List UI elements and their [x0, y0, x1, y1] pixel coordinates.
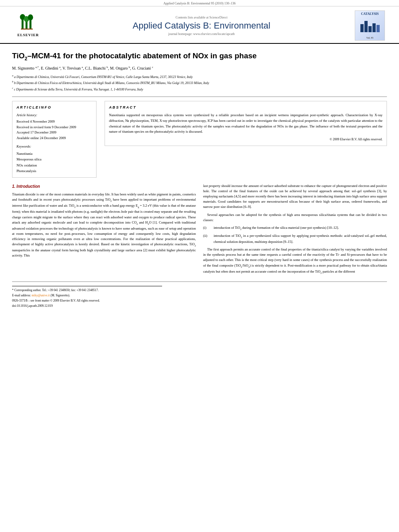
footnote-issn: 0926-3373/$ – see front matter © 2009 El… [12, 298, 387, 303]
section1-heading: 1. Introduction [12, 183, 196, 190]
journal-header-center: Contents lists available at ScienceDirec… [48, 16, 355, 36]
article-info-box: A R T I C L E I N F O Article history: R… [12, 101, 97, 178]
affiliation-a: a a Dipartimento di Chimica, Università … [12, 74, 387, 80]
keyword-3: NOx oxidation [16, 162, 92, 168]
cover-bar-2 [364, 21, 368, 32]
cover-bar-5 [376, 25, 380, 32]
article-info-title: A R T I C L E I N F O [16, 105, 92, 110]
affiliations: a a Dipartimento di Chimica, Università … [12, 74, 387, 92]
cover-vol: Vol. 95 [366, 37, 373, 39]
info-abstract-section: A R T I C L E I N F O Article history: R… [12, 101, 387, 178]
footer-divider [12, 286, 162, 286]
email-link[interactable]: miky@unive.it [32, 294, 50, 297]
email-label: E-mail address: [12, 294, 32, 297]
abstract-text: Nanotitania supported on mesoporous sili… [109, 113, 383, 134]
abstract-copyright: © 2009 Elsevier B.V. All rights reserved… [109, 137, 383, 142]
list-item-ii: (ii) introduction of TiO2 in a pre-synth… [203, 233, 387, 244]
issn-text: 0926-3373/$ – see front matter © 2009 El… [12, 299, 100, 302]
cover-bar-3 [368, 26, 372, 32]
keywords-section: Keywords: Nanotitania Mesoporous silica … [16, 144, 92, 174]
received-revised: Received in revised form 9 December 2009 [16, 125, 92, 130]
article-title: TiO2–MCM-41 for the photocatalytic abate… [12, 51, 387, 62]
abstract-box: A B S T R A C T Nanotitania supported on… [105, 101, 387, 146]
email-suffix: (M. Signoretto). [50, 294, 70, 297]
keyword-4: Photocatalysis [16, 168, 92, 174]
footnote-star-text: * Corresponding author. Tel.: +39 041 23… [12, 288, 99, 292]
homepage-label: journal homepage: www.elsevier.com/locat… [168, 32, 234, 36]
article-info-column: A R T I C L E I N F O Article history: R… [12, 101, 97, 178]
abstract-title: A B S T R A C T [109, 105, 383, 110]
list-item-i-text: introduction of TiO2 during the formatio… [214, 225, 339, 231]
journal-header: ELSEVIER Contents lists available at Sci… [0, 8, 399, 44]
body-right-para-1: last property should increase the amount… [203, 183, 387, 210]
elsevier-text: ELSEVIER [17, 33, 39, 37]
footnote-doi: doi:10.1016/j.apcatb.2009.12.019 [12, 304, 387, 308]
authors: M. Signoretto a,*, E. Ghedini a, V. Trev… [12, 65, 387, 71]
journal-cover-area: CATALYSIS Vol. 95 [355, 10, 391, 41]
body-section: 1. Introduction Titanium dioxide is one … [12, 183, 387, 277]
journal-homepage: journal homepage: www.elsevier.com/locat… [48, 32, 355, 36]
article-content: TiO2–MCM-41 for the photocatalytic abate… [0, 44, 399, 313]
received-1: Received 4 November 2009 [16, 119, 92, 125]
body-right-col: last property should increase the amount… [203, 183, 387, 277]
journal-title: Applied Catalysis B: Environmental [48, 21, 355, 31]
roman-ii: (ii) [203, 233, 211, 244]
body-right-para-3: The first approach permits an accurate c… [203, 247, 387, 275]
journal-cover-image: CATALYSIS Vol. 95 [355, 10, 385, 41]
affiliation-b: b b Dipartimento di Chimica Fisica ed El… [12, 80, 387, 86]
cover-title: CATALYSIS [361, 12, 379, 16]
article-footer: * Corresponding author. Tel.: +39 041 23… [12, 281, 387, 313]
footnote-email: E-mail address: miky@unive.it (M. Signor… [12, 293, 387, 298]
elsevier-tree-icon [18, 14, 38, 32]
keyword-1: Nanotitania [16, 151, 92, 156]
svg-point-5 [28, 14, 33, 21]
body-right-para-2: Several approaches can be adopted for th… [203, 212, 387, 223]
body-left-col: 1. Introduction Titanium dioxide is one … [12, 183, 196, 277]
keyword-2: Mesoporous silica [16, 156, 92, 162]
footnote-star: * Corresponding author. Tel.: +39 041 23… [12, 288, 387, 292]
keywords-label: Keywords: [16, 144, 92, 150]
svg-rect-6 [21, 29, 33, 29]
journal-citation: Applied Catalysis B: Environmental 95 (2… [163, 2, 236, 5]
cover-bar-4 [372, 23, 376, 32]
article-title-section: TiO2–MCM-41 for the photocatalytic abate… [12, 44, 387, 97]
synthesis-list: (i) introduction of TiO2 during the form… [203, 225, 387, 244]
doi-text: doi:10.1016/j.apcatb.2009.12.019 [12, 304, 53, 308]
history-label: Article history: [16, 113, 92, 118]
list-item-i: (i) introduction of TiO2 during the form… [203, 225, 387, 231]
contents-label: Contents lists available at ScienceDirec… [176, 16, 228, 19]
accepted-date: Accepted 17 December 2009 [16, 130, 92, 136]
available-date: Available online 24 December 2009 [16, 136, 92, 141]
affiliation-c: c c Dipartimento di Scienze della Terra,… [12, 86, 387, 92]
elsevier-logo: ELSEVIER [8, 14, 48, 37]
cover-bar-1 [360, 24, 364, 32]
cover-bars [360, 20, 380, 32]
page-wrapper: Applied Catalysis B: Environmental 95 (2… [0, 0, 399, 313]
history-section: Article history: Received 4 November 200… [16, 113, 92, 141]
top-bar: Applied Catalysis B: Environmental 95 (2… [0, 0, 399, 6]
list-item-ii-text: introduction of TiO2 in a pre-synthesize… [214, 233, 387, 244]
roman-i: (i) [203, 225, 211, 231]
elsevier-logo-area: ELSEVIER [8, 14, 48, 37]
abstract-column: A B S T R A C T Nanotitania supported on… [105, 101, 387, 178]
sciencedirect-line: Contents lists available at ScienceDirec… [48, 16, 355, 19]
body-para-1: Titanium dioxide is one of the most comm… [12, 192, 196, 258]
